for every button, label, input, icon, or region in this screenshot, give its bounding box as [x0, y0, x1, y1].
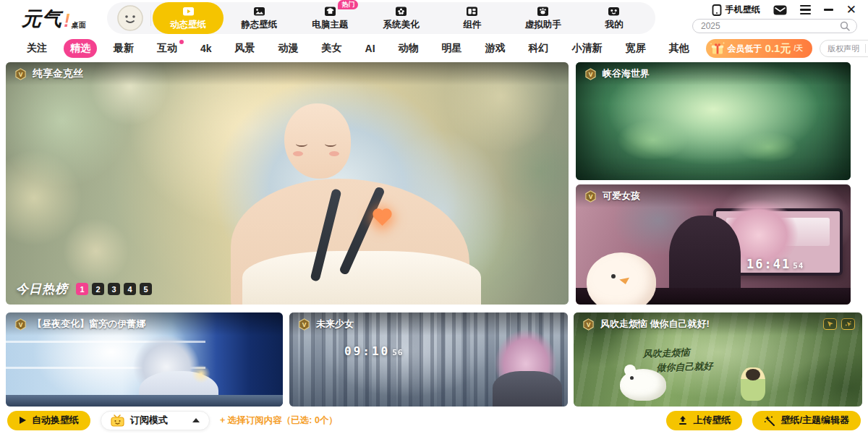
- category-follow[interactable]: 关注: [20, 39, 54, 58]
- app-window: 元气 ! 桌面 动态壁纸: [0, 0, 868, 434]
- paw-icon: [537, 5, 549, 17]
- hot-badge: 热门: [338, 0, 358, 9]
- tv-icon: [111, 414, 124, 427]
- wallpaper-card-hero[interactable]: V 纯享金克丝 今日热榜 1 2 3 4 5: [6, 62, 569, 305]
- subscribe-mode-dropdown[interactable]: 订阅模式: [101, 411, 210, 430]
- card-header: V 【昼夜变化】窗旁の伊蕾娜: [6, 312, 283, 336]
- category-widescreen[interactable]: 宽屏: [619, 39, 652, 58]
- theme-shirt-icon: [324, 5, 336, 17]
- main-nav: 动态壁纸 静态壁纸 热门 电脑主题: [107, 2, 655, 34]
- gift-icon: [710, 41, 726, 56]
- search-icon[interactable]: [840, 21, 850, 31]
- svg-text:V: V: [589, 70, 593, 77]
- category-ai[interactable]: AI: [359, 40, 382, 57]
- footer-bar: 自动换壁纸 订阅模式 + 选择订阅内容（已选: 0个） 上传壁纸: [0, 407, 868, 434]
- top-bar: 元气 ! 桌面 动态壁纸: [0, 0, 868, 36]
- messages-button[interactable]: [773, 5, 787, 15]
- wallpaper-clock: 16:4154: [746, 257, 804, 271]
- wallpaper-theme-editor-button[interactable]: 壁纸/主题编辑器: [752, 411, 861, 430]
- nav-item-label: 电脑主题: [312, 19, 348, 31]
- svg-text:V: V: [302, 320, 307, 328]
- upload-label: 上传壁纸: [693, 414, 731, 427]
- auto-change-wallpaper-button[interactable]: 自动换壁纸: [7, 411, 90, 430]
- search-box[interactable]: [692, 19, 857, 33]
- upload-wallpaper-button[interactable]: 上传壁纸: [666, 411, 742, 430]
- category-star[interactable]: 明星: [435, 39, 469, 58]
- nav-item-label: 我的: [605, 19, 623, 31]
- card-title: 可爱女孩: [603, 190, 640, 203]
- category-game[interactable]: 游戏: [479, 39, 512, 58]
- category-latest[interactable]: 最新: [107, 39, 140, 58]
- rank-2-button[interactable]: 2: [92, 283, 104, 295]
- member-per-day: /天: [793, 43, 803, 54]
- play-icon: [19, 416, 27, 425]
- rank-1-button[interactable]: 1: [76, 283, 88, 295]
- rank-4-button[interactable]: 4: [124, 283, 136, 295]
- nav-item-live-wallpaper[interactable]: 动态壁纸: [153, 2, 224, 34]
- card-title: 风吹走烦恼 做你自己就好!: [600, 318, 710, 331]
- category-4k[interactable]: 4k: [194, 40, 218, 57]
- nav-item-virtual-assistant[interactable]: 虚拟助手: [508, 2, 579, 34]
- vip-badge-icon: V: [298, 318, 310, 331]
- category-scenery[interactable]: 风景: [229, 39, 262, 58]
- card-header: V 纯享金克丝: [6, 62, 569, 85]
- wallpaper-card-canyon-sea[interactable]: V 峡谷海世界: [576, 62, 851, 180]
- legal-links: 版权声明 侵权举报: [820, 40, 868, 57]
- minimize-button[interactable]: [824, 9, 833, 10]
- video-wallpaper-icon: [182, 5, 195, 17]
- logo-subtext: 桌面: [72, 20, 86, 30]
- nav-item-pc-theme[interactable]: 热门 电脑主题: [294, 2, 365, 34]
- wallpaper-card-future-girl[interactable]: 09:1056 V 未来少女: [289, 312, 568, 407]
- dog-character-decoration: [620, 369, 666, 401]
- category-interactive[interactable]: 互动: [150, 39, 184, 58]
- vip-badge-icon: V: [584, 68, 597, 80]
- magic-wand-icon: [764, 415, 775, 426]
- category-animal[interactable]: 动物: [392, 39, 425, 58]
- vip-badge-icon: V: [584, 190, 597, 203]
- user-avatar[interactable]: [117, 5, 143, 31]
- menu-button[interactable]: [800, 5, 811, 14]
- app-logo[interactable]: 元气 ! 桌面: [22, 6, 86, 32]
- boy-character-decoration: [741, 367, 765, 401]
- minimize-icon: [824, 9, 833, 10]
- nav-item-mine[interactable]: 我的: [579, 2, 650, 34]
- svg-text:V: V: [19, 320, 23, 328]
- upload-icon: [678, 415, 688, 425]
- card-header: V 未来少女: [289, 312, 568, 336]
- nav-item-widgets[interactable]: 组件: [437, 2, 508, 34]
- nav-item-system-beautify[interactable]: 系统美化: [365, 2, 436, 34]
- copyright-link[interactable]: 版权声明: [827, 43, 859, 54]
- hero-artwork: [6, 62, 569, 305]
- category-fresh[interactable]: 小清新: [566, 39, 609, 58]
- category-other[interactable]: 其他: [663, 39, 696, 58]
- nav-divider: [150, 10, 151, 26]
- select-subscription-link[interactable]: + 选择订阅内容（已选: 0个）: [220, 414, 338, 427]
- nav-item-static-wallpaper[interactable]: 静态壁纸: [224, 2, 294, 34]
- category-featured[interactable]: 精选: [64, 39, 97, 58]
- card-header: V 可爱女孩: [576, 184, 851, 208]
- category-beauty[interactable]: 美女: [315, 39, 349, 58]
- rank-3-button[interactable]: 3: [108, 283, 120, 295]
- card-title: 未来少女: [316, 318, 354, 331]
- editor-label: 壁纸/主题编辑器: [780, 414, 849, 427]
- window-controls-row: 手机壁纸 ✕: [712, 4, 856, 16]
- wallpaper-card-elaina[interactable]: V 【昼夜变化】窗旁の伊蕾娜: [6, 312, 283, 407]
- wallpaper-card-cute-girl[interactable]: 16:4154 V 可爱女孩: [576, 184, 851, 305]
- legal-divider: [865, 44, 866, 53]
- phone-wallpaper-button[interactable]: 手机壁纸: [712, 4, 760, 16]
- card-title: 【昼夜变化】窗旁の伊蕾娜: [33, 318, 145, 331]
- category-scifi[interactable]: 科幻: [522, 39, 556, 58]
- wallpaper-card-no-worries[interactable]: 风吹走烦恼 做你自己就好 V 风吹走烦恼 做你自己就好!: [574, 312, 862, 407]
- auto-change-label: 自动换壁纸: [32, 414, 79, 427]
- close-button[interactable]: ✕: [846, 4, 856, 16]
- nav-item-label: 动态壁纸: [170, 19, 206, 31]
- vip-badge-icon: V: [14, 68, 27, 80]
- category-anime[interactable]: 动漫: [272, 39, 305, 58]
- search-input[interactable]: [699, 20, 840, 32]
- membership-promo-badge[interactable]: 会员低于 0.1元 /天: [706, 39, 813, 58]
- category-bar: 关注 精选 最新 互动 4k 风景 动漫 美女 AI 动物 明星 游戏 科幻 小…: [0, 36, 868, 61]
- image-icon: [253, 5, 265, 17]
- rank-5-button[interactable]: 5: [140, 283, 152, 295]
- card-header: V 风吹走烦恼 做你自己就好!: [574, 312, 862, 336]
- vip-badge-icon: V: [14, 318, 27, 331]
